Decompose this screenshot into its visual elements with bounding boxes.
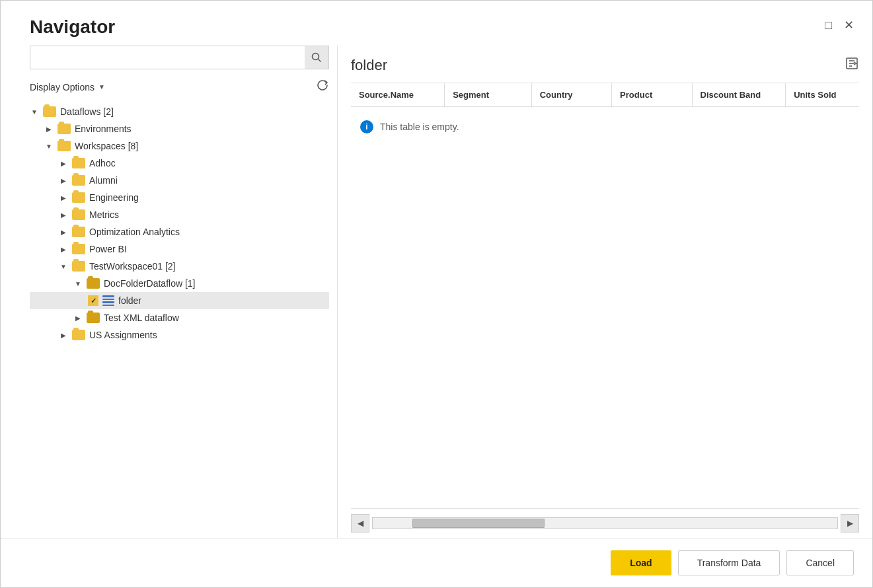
search-button[interactable]	[305, 46, 328, 69]
folder-icon-test-xml	[87, 312, 100, 323]
tree-label-alumni: Alumni	[89, 175, 118, 186]
export-icon[interactable]	[845, 56, 859, 75]
folder-icon-engineering	[72, 192, 85, 203]
tree-item-test-xml-dataflow[interactable]: ▶ Test XML dataflow	[30, 309, 329, 326]
right-panel: folder Source.Name	[338, 46, 872, 538]
expand-arrow-workspaces: ▼	[44, 141, 54, 151]
folder-checkbox[interactable]	[88, 295, 98, 306]
footer: Load Transform Data Cancel	[1, 538, 872, 587]
tree-label-testworkspace01: TestWorkspace01 [2]	[89, 261, 175, 272]
tree-item-dataflows[interactable]: ▼ Dataflows [2]	[30, 103, 329, 120]
tree-label-adhoc: Adhoc	[89, 158, 116, 168]
folder-icon-power-bi	[72, 244, 85, 254]
expand-arrow-docfolder: ▼	[73, 279, 83, 288]
expand-arrow-metrics: ▶	[59, 210, 68, 219]
tree-label-environments: Environments	[75, 124, 132, 134]
col-country: Country	[531, 83, 611, 107]
title-bar: Navigator □ ✕	[1, 1, 872, 46]
refresh-icon[interactable]	[316, 79, 329, 95]
expand-arrow-dataflows: ▼	[30, 107, 39, 116]
scroll-right-button[interactable]: ▶	[841, 514, 859, 533]
tree-item-docfolder-dataflow[interactable]: ▼ DocFolderDataflow [1]	[30, 275, 329, 292]
search-input[interactable]	[30, 52, 305, 63]
tree-item-environments[interactable]: ▶ Environments	[30, 120, 329, 137]
tree-item-engineering[interactable]: ▶ Engineering	[30, 189, 329, 206]
tree-item-adhoc[interactable]: ▶ Adhoc	[30, 155, 329, 172]
load-button[interactable]: Load	[611, 550, 671, 575]
navigator-window: Navigator □ ✕ Display Opti	[0, 0, 873, 588]
tree-label-us-assignments: US Assignments	[89, 330, 157, 340]
col-units-sold: Units Sold	[786, 83, 859, 107]
table-icon-folder	[102, 295, 114, 306]
expand-arrow-us-assignments: ▶	[59, 330, 68, 340]
folder-icon-dataflows	[43, 106, 56, 117]
svg-point-0	[313, 54, 319, 60]
close-button[interactable]: ✕	[844, 19, 854, 31]
folder-icon-metrics	[72, 209, 85, 220]
folder-icon-testworkspace01	[72, 261, 85, 272]
expand-arrow-test-xml: ▶	[73, 313, 83, 322]
tree-item-alumni[interactable]: ▶ Alumni	[30, 172, 329, 189]
tree-item-us-assignments[interactable]: ▶ US Assignments	[30, 326, 329, 344]
folder-icon-docfolder	[87, 278, 100, 289]
tree-container: ▼ Dataflows [2] ▶ Environments ▼ Workspa…	[30, 103, 329, 538]
empty-message-text: This table is empty.	[380, 122, 459, 132]
maximize-button[interactable]: □	[825, 19, 832, 31]
col-segment: Segment	[445, 83, 532, 107]
tree-item-folder[interactable]: folder	[30, 292, 329, 309]
window-title: Navigator	[30, 17, 115, 38]
tree-label-engineering: Engineering	[89, 192, 139, 203]
preview-table-container: Source.Name Segment Country Product Disc…	[351, 83, 859, 508]
folder-icon-us-assignments	[72, 330, 85, 340]
tree-label-docfolder: DocFolderDataflow [1]	[104, 278, 196, 289]
search-bar	[30, 46, 329, 69]
scrollbar-thumb[interactable]	[412, 519, 545, 528]
col-discount-band: Discount Band	[692, 83, 786, 107]
tree-label-workspaces: Workspaces [8]	[75, 141, 138, 151]
preview-header: folder	[351, 46, 859, 83]
left-panel: Display Options ▼ ▼ Dataflows [2]	[1, 46, 338, 538]
col-product: Product	[612, 83, 692, 107]
horizontal-scrollbar: ◀ ▶	[351, 508, 859, 538]
folder-icon-adhoc	[72, 158, 85, 168]
transform-data-button[interactable]: Transform Data	[678, 550, 780, 575]
folder-icon-optimization-analytics	[72, 227, 85, 237]
tree-item-optimization-analytics[interactable]: ▶ Optimization Analytics	[30, 223, 329, 240]
display-options-label: Display Options	[30, 82, 95, 92]
info-icon: i	[360, 120, 373, 133]
display-options-row: Display Options ▼	[30, 79, 329, 95]
tree-label-metrics: Metrics	[89, 209, 119, 220]
empty-message-row: i This table is empty.	[351, 107, 859, 147]
expand-arrow-testworkspace01: ▼	[59, 262, 68, 271]
folder-icon-environments	[57, 124, 71, 134]
expand-arrow-optimization-analytics: ▶	[59, 227, 68, 237]
preview-title: folder	[351, 57, 387, 74]
scrollbar-track[interactable]	[372, 517, 838, 529]
scroll-left-button[interactable]: ◀	[351, 514, 369, 533]
table-header-row: Source.Name Segment Country Product Disc…	[351, 83, 859, 107]
tree-item-metrics[interactable]: ▶ Metrics	[30, 206, 329, 223]
col-source-name: Source.Name	[351, 83, 445, 107]
display-options-button[interactable]: Display Options ▼	[30, 82, 105, 92]
expand-arrow-engineering: ▶	[59, 193, 68, 202]
search-icon	[311, 52, 322, 63]
empty-message: i This table is empty.	[351, 107, 859, 147]
tree-label-optimization-analytics: Optimization Analytics	[89, 227, 180, 237]
window-controls: □ ✕	[825, 17, 854, 31]
expand-arrow-alumni: ▶	[59, 176, 68, 185]
tree-item-testworkspace01[interactable]: ▼ TestWorkspace01 [2]	[30, 258, 329, 275]
tree-item-workspaces[interactable]: ▼ Workspaces [8]	[30, 137, 329, 155]
expand-arrow-environments: ▶	[44, 124, 54, 133]
tree-label-test-xml: Test XML dataflow	[104, 312, 179, 323]
display-options-chevron: ▼	[98, 83, 105, 91]
svg-line-1	[319, 59, 321, 62]
tree-label-folder: folder	[118, 295, 141, 306]
expand-arrow-power-bi: ▶	[59, 244, 68, 254]
cancel-button[interactable]: Cancel	[786, 550, 854, 575]
folder-icon-workspaces	[57, 141, 71, 151]
expand-arrow-adhoc: ▶	[59, 159, 68, 168]
tree-item-power-bi[interactable]: ▶ Power BI	[30, 240, 329, 258]
tree-label-power-bi: Power BI	[89, 244, 127, 254]
main-content: Display Options ▼ ▼ Dataflows [2]	[1, 46, 872, 538]
tree-label-dataflows: Dataflows [2]	[60, 106, 114, 117]
